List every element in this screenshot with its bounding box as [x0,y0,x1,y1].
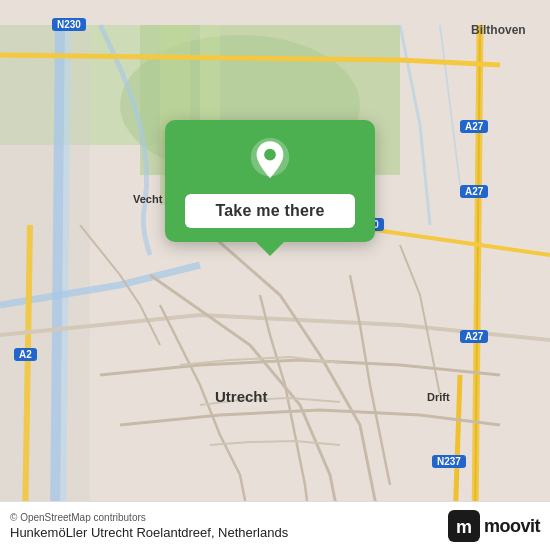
bottom-bar-left: © OpenStreetMap contributors HunkemöLler… [10,512,288,540]
popup-card: Take me there [165,120,375,242]
location-pin-icon [247,138,293,184]
moovit-logo: m moovit [448,510,540,542]
bottom-bar: © OpenStreetMap contributors HunkemöLler… [0,501,550,550]
svg-text:m: m [456,517,472,537]
map-container: N230 N230 N237 A27 A27 A27 A2 Bilthoven … [0,0,550,550]
osm-credit: © OpenStreetMap contributors [10,512,288,523]
moovit-text: moovit [484,516,540,537]
svg-point-9 [264,149,276,161]
moovit-icon: m [448,510,480,542]
location-name: HunkemöLler Utrecht Roelantdreef, Nether… [10,525,288,540]
take-me-there-button[interactable]: Take me there [185,194,355,228]
svg-rect-4 [0,25,90,525]
